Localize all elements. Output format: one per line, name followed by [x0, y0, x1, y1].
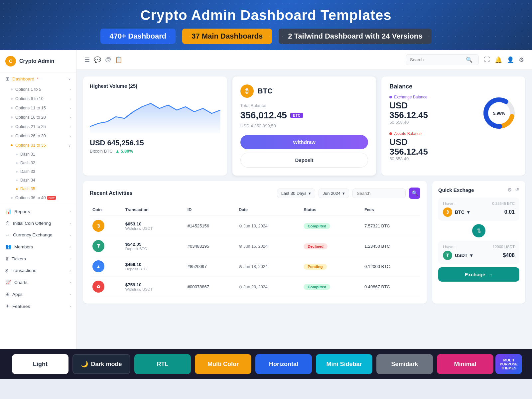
- dash-35[interactable]: Dash 35: [0, 185, 76, 193]
- tickers-icon: ⧖: [5, 256, 9, 262]
- logo-text: Crypto Admin: [19, 58, 54, 64]
- topbar: ☰ 💬 @ 📋 🔍 ⛶ 🔔 👤 ⚙: [76, 50, 532, 70]
- arrow-right-icon: →: [488, 272, 493, 277]
- donut-label: 5.96%: [493, 111, 505, 116]
- menu-icon[interactable]: ☰: [84, 56, 90, 64]
- sub-item-6to10[interactable]: Options 6 to 10 ›: [0, 94, 76, 103]
- balance-row: Exchange Balance USD356.12.45 50,658.40 …: [389, 95, 517, 168]
- assets-balance-label: Assets Balance: [389, 131, 481, 136]
- settings-icon[interactable]: ⚙: [507, 187, 512, 193]
- dash-33[interactable]: Dash 33: [0, 167, 76, 176]
- dashboard-body: ☰ 💬 @ 📋 🔍 ⛶ 🔔 👤 ⚙ Hi: [76, 50, 532, 349]
- qe-coin1[interactable]: ₿ BTC ▾: [443, 207, 469, 217]
- coin-icon-tether: ₮: [92, 240, 104, 252]
- chat-icon[interactable]: 💬: [94, 56, 101, 64]
- theme-semidark-button[interactable]: Semidark: [376, 354, 433, 374]
- dash-31[interactable]: Dash 31: [0, 150, 76, 159]
- theme-rtl-button[interactable]: RTL: [134, 354, 191, 374]
- sidebar-item-tickers[interactable]: ⧖Tickers ›: [0, 253, 76, 265]
- theme-horizontal-button[interactable]: Horizontal: [255, 354, 312, 374]
- deposit-button[interactable]: Deposit: [240, 153, 368, 168]
- chevron-right-icon: ›: [69, 106, 71, 110]
- theme-mini-sidebar-button[interactable]: Mini Sidebar: [316, 354, 372, 374]
- chevron-right-icon: ›: [69, 292, 71, 296]
- sidebar-item-features[interactable]: ✦Features ›: [0, 300, 76, 312]
- theme-light-button[interactable]: Light: [12, 354, 68, 374]
- status-badge: Pending: [304, 264, 327, 270]
- sidebar-item-reports[interactable]: 📊Reports ›: [0, 205, 76, 217]
- sub-item-11to15[interactable]: Options 11 to 15 ›: [0, 103, 76, 113]
- bottom-bar: Light 🌙 Dark mode RTL Multi Color Horizo…: [0, 349, 532, 379]
- sub-item-26to30[interactable]: Options 26 to 30 ›: [0, 131, 76, 141]
- chevron-right-icon: ›: [69, 87, 71, 91]
- swap-button[interactable]: ⇅: [472, 224, 485, 237]
- theme-multicolor-button[interactable]: Multi Color: [195, 354, 251, 374]
- filter-row: Last 30 Days ▾ Jun 2024 ▾ 🔍: [277, 188, 420, 199]
- theme-minimal-button[interactable]: Minimal: [437, 354, 493, 374]
- badge-2: 37 Main Dashboards: [182, 29, 272, 44]
- sub-item-16to20[interactable]: Options 16 to 20 ›: [0, 113, 76, 122]
- fullscreen-icon[interactable]: ⛶: [484, 56, 490, 63]
- badge-1: 470+ Dashboard: [100, 29, 176, 44]
- dash-34[interactable]: Dash 34: [0, 176, 76, 185]
- settings-icon[interactable]: ⚙: [519, 56, 524, 64]
- chart-sub: Bitcoin BTC ▲ 5.80%: [90, 149, 220, 154]
- chevron-down-icon: ▾: [470, 253, 472, 258]
- notification-icon[interactable]: 🔔: [495, 56, 502, 64]
- sidebar-item-members[interactable]: 👥Members ›: [0, 241, 76, 253]
- sidebar: C Crypto Admin ⊞ Dashboard * ∨ Options 1…: [0, 50, 76, 349]
- theme-dark-button[interactable]: 🌙 Dark mode: [72, 354, 130, 374]
- col-status: Status: [301, 204, 362, 216]
- exchange-amount: USD356.12.45: [389, 101, 481, 120]
- topbar-search[interactable]: 🔍: [406, 54, 479, 65]
- btc-amount: 356,012.45 BTC: [240, 110, 368, 121]
- sub-item-31to35[interactable]: Options 31 to 35 ∨: [0, 141, 76, 150]
- status-badge: Complited: [304, 284, 330, 290]
- btc-usd: USD 4.352.899,50: [240, 123, 368, 128]
- sidebar-item-ico[interactable]: ⏱Initial Coin Offering ›: [0, 217, 76, 229]
- qe-coin2[interactable]: ₮ USDT ▾: [443, 251, 472, 260]
- sub-item-1to5[interactable]: Options 1 to 5 ›: [0, 85, 76, 94]
- sidebar-item-dashboard[interactable]: ⊞ Dashboard * ∨: [0, 73, 76, 85]
- col-coin: Coin: [90, 204, 123, 216]
- calendar-icon[interactable]: 📋: [115, 56, 122, 64]
- user-icon[interactable]: 👤: [507, 56, 514, 64]
- dash-32[interactable]: Dash 32: [0, 159, 76, 167]
- members-icon: 👥: [5, 244, 12, 250]
- activities-search-button[interactable]: 🔍: [409, 188, 420, 199]
- exchange-button[interactable]: Exchage →: [438, 267, 519, 282]
- chart-amount: USD 645,256.15: [90, 139, 220, 147]
- withdraw-button[interactable]: Withdraw: [240, 135, 368, 149]
- filter-last30days[interactable]: Last 30 Days ▾: [277, 189, 315, 198]
- chevron-down-icon: ∨: [68, 143, 71, 148]
- qe-title: Quick Exchage: [438, 187, 474, 193]
- sidebar-item-charts[interactable]: 📈Charts ›: [0, 276, 76, 288]
- filter-jun2024[interactable]: Jun 2024 ▾: [319, 189, 349, 198]
- mention-icon[interactable]: @: [105, 56, 111, 63]
- reports-icon: 📊: [5, 208, 12, 214]
- exchange-icon: ↔: [5, 232, 10, 238]
- qe-value2: $408: [503, 252, 515, 258]
- cards-row: Highest Volume (25) USD 645,256.15: [83, 76, 525, 176]
- assets-amount: USD356.12.45: [389, 137, 481, 156]
- col-date: Date: [236, 204, 301, 216]
- activities-search-input[interactable]: [357, 191, 390, 196]
- sub-item-21to25[interactable]: Options 21 to 25 ›: [0, 122, 76, 131]
- sub-item-36to40[interactable]: Options 36 to 40 New: [0, 193, 76, 202]
- btc-name: BTC: [258, 87, 273, 95]
- sub-items-group: Options 1 to 5 › Options 6 to 10 › Optio…: [0, 85, 76, 202]
- sidebar-item-apps[interactable]: ⊞Apps ›: [0, 288, 76, 300]
- sidebar-item-exchange[interactable]: ↔Currency Exchange ›: [0, 229, 76, 241]
- status-badge: Declined: [304, 243, 328, 249]
- activities-search[interactable]: [352, 189, 406, 198]
- donut-chart: 5.96%: [481, 95, 517, 131]
- chevron-right-icon: ›: [69, 269, 71, 273]
- sidebar-dashboard-label: Dashboard: [12, 76, 34, 81]
- history-icon[interactable]: ↺: [515, 187, 519, 193]
- qe-have-label1: I have : 0.25645 BTC: [443, 201, 515, 205]
- topbar-search-input[interactable]: [410, 57, 463, 62]
- coin-icon-rose: ✿: [92, 281, 104, 293]
- sidebar-item-transactions[interactable]: $Transactions ›: [0, 265, 76, 276]
- btc-coin-icon: ₿: [443, 207, 452, 217]
- logo-icon: C: [5, 56, 16, 66]
